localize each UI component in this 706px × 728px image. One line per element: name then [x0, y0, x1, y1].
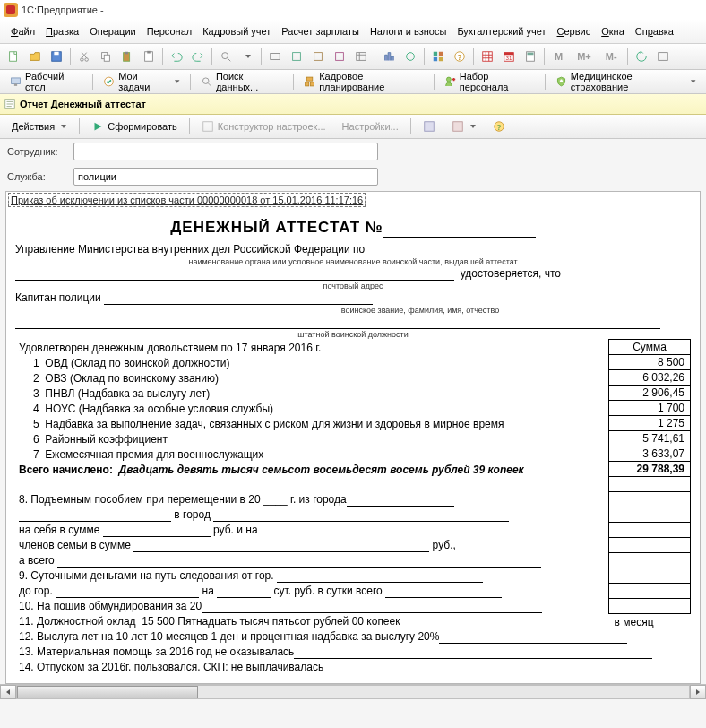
paste-button[interactable]: [117, 47, 137, 66]
prikaz-link[interactable]: Приказ об исключении из списков части 00…: [8, 193, 366, 207]
tool-button-2[interactable]: [445, 117, 483, 135]
t1[interactable]: [265, 47, 285, 66]
svg-rect-16: [357, 53, 366, 61]
menu-kadr[interactable]: Кадровый учет: [197, 24, 276, 39]
new-button[interactable]: [4, 47, 23, 66]
service-row: Служба: полиции: [0, 164, 706, 189]
scroll-left-button[interactable]: [0, 685, 16, 699]
table-row: 3 ПНВЛ (Надбавка за выслугу лет)2 906,45: [15, 386, 691, 401]
menu-calc[interactable]: Расчет зарплаты: [276, 24, 365, 39]
plan-button[interactable]: Кадровое планирование: [297, 70, 430, 93]
med-label: Медицинское страхование: [571, 71, 684, 92]
plan-label: Кадровое планирование: [319, 71, 424, 92]
desktop-button[interactable]: Рабочий стол: [4, 70, 89, 93]
menu-file[interactable]: Файл: [5, 24, 40, 39]
actions-dropdown[interactable]: Действия: [5, 118, 73, 134]
svg-rect-14: [314, 53, 323, 61]
t4[interactable]: [330, 47, 349, 66]
mplus-button[interactable]: M+: [571, 45, 598, 68]
svg-rect-42: [452, 122, 462, 132]
svg-rect-24: [483, 52, 493, 62]
grid-button[interactable]: [478, 47, 497, 66]
menu-buh[interactable]: Бухгалтерский учет: [452, 24, 551, 39]
t2[interactable]: [287, 47, 306, 66]
svg-text:31: 31: [506, 55, 512, 61]
settings-label: Настройки...: [342, 121, 399, 132]
scroll-thumb[interactable]: [17, 686, 198, 698]
settings-button[interactable]: Настройки...: [336, 118, 405, 134]
main-toolbar: ? 31 M M+ M-: [0, 44, 706, 70]
svg-rect-12: [271, 54, 280, 60]
horizontal-scrollbar[interactable]: [0, 684, 706, 699]
save-button[interactable]: [47, 47, 66, 66]
scroll-right-button[interactable]: [690, 685, 706, 699]
t5[interactable]: [351, 47, 371, 66]
table-row: 4 НОУС (Надбавка за особые условия служб…: [15, 401, 691, 416]
cal-button[interactable]: 31: [499, 47, 519, 66]
search-data-button[interactable]: Поиск данных...: [194, 70, 289, 93]
open-button[interactable]: [25, 47, 45, 66]
service-input[interactable]: полиции: [73, 168, 378, 186]
cut-button[interactable]: [74, 47, 94, 66]
t6[interactable]: [379, 47, 399, 66]
redo-button[interactable]: [188, 47, 208, 66]
svg-rect-36: [306, 82, 309, 86]
menu-edit[interactable]: Правка: [40, 24, 84, 39]
org-line: Управление Министерства внутренних дел Р…: [15, 243, 691, 256]
m-button[interactable]: M: [548, 45, 569, 68]
copy-button[interactable]: [96, 47, 116, 66]
find-button[interactable]: [216, 47, 236, 66]
form-button[interactable]: Сформировать: [85, 117, 184, 135]
svg-rect-19: [439, 52, 443, 56]
tool-button-1[interactable]: [417, 117, 442, 135]
separator: [162, 48, 163, 65]
svg-rect-13: [293, 53, 301, 61]
employee-row: Сотрудник:: [0, 139, 706, 164]
separator: [293, 74, 294, 90]
employee-input[interactable]: [73, 143, 378, 160]
menu-tax[interactable]: Налоги и взносы: [365, 24, 452, 39]
document-tab-header: Отчет Денежный аттестат: [0, 94, 706, 115]
menu-service[interactable]: Сервис: [552, 24, 597, 39]
doc-title-text: ДЕНЕЖНЫЙ АТТЕСТАТ №: [170, 219, 383, 236]
document-body: ДЕНЕЖНЫЙ АТТЕСТАТ № Управление Министерс…: [6, 208, 700, 683]
menu-personnel[interactable]: Персонал: [142, 24, 198, 39]
line-14: 14. Отпуском за 2016г. пользовался. СКП:…: [15, 660, 691, 674]
desktop-label: Рабочий стол: [25, 71, 82, 92]
svg-rect-20: [434, 57, 437, 61]
doc-title: ДЕНЕЖНЫЙ АТТЕСТАТ №: [15, 219, 691, 238]
rank-text: Капитан полиции: [15, 291, 101, 304]
svg-point-4: [85, 58, 89, 62]
t8[interactable]: [428, 47, 448, 66]
undo-button[interactable]: [167, 47, 186, 66]
constructor-button[interactable]: Конструктор настроек...: [195, 117, 332, 135]
find-dropdown[interactable]: [237, 47, 257, 66]
svg-rect-8: [125, 52, 128, 55]
tasks-button[interactable]: Мои задачи: [97, 70, 186, 93]
line-family: членов семьи в сумме руб.,: [15, 538, 609, 553]
t-last1[interactable]: [632, 47, 651, 66]
svg-rect-10: [147, 51, 151, 54]
help-button[interactable]: ?: [450, 47, 469, 66]
help-action-button[interactable]: ?: [486, 117, 512, 135]
mminus-button[interactable]: M-: [599, 45, 624, 68]
menu-help[interactable]: Справка: [630, 24, 679, 39]
line-9: 9. Суточными деньгами на путь следования…: [15, 568, 609, 584]
nabor-button[interactable]: Набор персонала: [438, 70, 541, 93]
calc-button[interactable]: [521, 47, 540, 66]
t3[interactable]: [308, 47, 328, 66]
action-toolbar: Действия Сформировать Конструктор настро…: [0, 115, 706, 139]
menu-windows[interactable]: Окна: [596, 24, 630, 39]
org-caption: наименование органа или условное наимено…: [15, 257, 691, 266]
line-total: а всего: [15, 553, 609, 568]
menu-operations[interactable]: Операции: [84, 24, 141, 39]
med-button[interactable]: Медицинское страхование: [549, 70, 702, 93]
svg-point-34: [202, 78, 209, 84]
sum-header: Сумма: [609, 340, 691, 355]
t-last2[interactable]: [653, 47, 673, 66]
svg-rect-21: [439, 57, 443, 61]
line-11: 11. Должностной оклад 15 500 Пятнадцать …: [15, 614, 609, 629]
t7[interactable]: [400, 47, 420, 66]
scroll-track[interactable]: [16, 685, 690, 699]
clipboard-button[interactable]: [139, 47, 159, 66]
